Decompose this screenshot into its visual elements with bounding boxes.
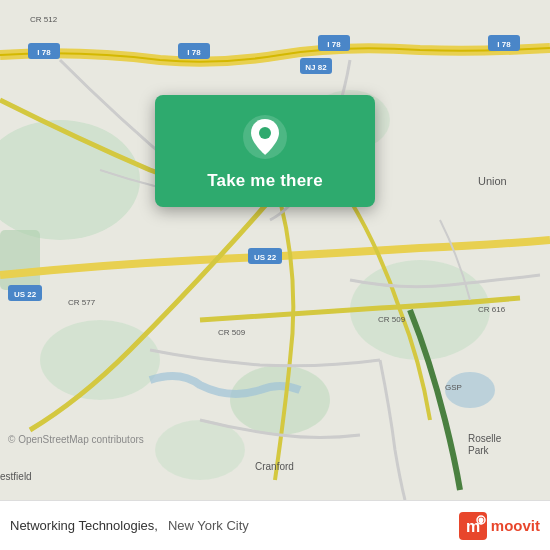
svg-point-4 <box>230 365 330 435</box>
moovit-brand-icon: m <box>459 512 487 540</box>
pin-icon <box>241 113 289 161</box>
location-card: Take me there <box>155 95 375 207</box>
location-name: Networking Technologies, <box>10 518 158 533</box>
take-me-there-button[interactable]: Take me there <box>207 171 323 191</box>
svg-text:US 22: US 22 <box>254 253 277 262</box>
svg-point-35 <box>259 127 271 139</box>
svg-text:CR 512: CR 512 <box>30 15 58 24</box>
svg-text:Union: Union <box>478 175 507 187</box>
svg-text:estfield: estfield <box>0 471 32 482</box>
svg-text:I 78: I 78 <box>187 48 201 57</box>
svg-text:Park: Park <box>468 445 490 456</box>
svg-text:Cranford: Cranford <box>255 461 294 472</box>
map-container: I 78 I 78 I 78 I 78 NJ 82 US 22 US 22 CR… <box>0 0 550 500</box>
bottom-bar: Networking Technologies, New York City m… <box>0 500 550 550</box>
moovit-logo: m moovit <box>459 512 540 540</box>
svg-text:GSP: GSP <box>445 383 462 392</box>
moovit-brand-text: moovit <box>491 517 540 534</box>
svg-text:US 22: US 22 <box>14 290 37 299</box>
svg-text:CR 509: CR 509 <box>218 328 246 337</box>
svg-point-3 <box>40 320 160 400</box>
svg-text:CR 616: CR 616 <box>478 305 506 314</box>
svg-text:CR 577: CR 577 <box>68 298 96 307</box>
svg-text:Roselle: Roselle <box>468 433 502 444</box>
svg-text:NJ 82: NJ 82 <box>305 63 327 72</box>
svg-text:I 78: I 78 <box>37 48 51 57</box>
svg-rect-7 <box>0 230 40 290</box>
location-city: New York City <box>168 518 249 533</box>
svg-text:I 78: I 78 <box>327 40 341 49</box>
map-attribution: © OpenStreetMap contributors <box>8 434 144 445</box>
svg-text:CR 509: CR 509 <box>378 315 406 324</box>
svg-text:I 78: I 78 <box>497 40 511 49</box>
svg-point-6 <box>155 420 245 480</box>
